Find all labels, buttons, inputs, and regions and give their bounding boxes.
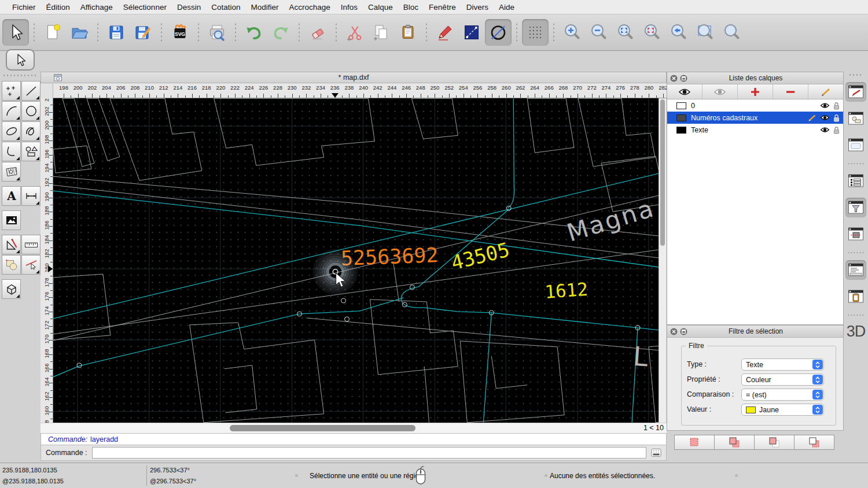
zoom-window-button[interactable] bbox=[692, 19, 719, 46]
menu-fichier[interactable]: Fichier bbox=[7, 3, 41, 12]
selection-mode-subtract-button[interactable] bbox=[755, 435, 795, 450]
zoom-out-button[interactable] bbox=[586, 19, 612, 46]
filter-property-select[interactable]: Couleur bbox=[741, 374, 824, 386]
eraser-button[interactable] bbox=[304, 19, 331, 46]
vertical-scrollbar-thumb[interactable] bbox=[660, 99, 665, 246]
filter-comparison-select[interactable]: = (est) bbox=[741, 389, 824, 401]
close-layers-panel-icon[interactable] bbox=[670, 75, 678, 82]
tool-hatch-button[interactable] bbox=[2, 162, 21, 182]
menu-modifier[interactable]: Modifier bbox=[245, 3, 284, 12]
palette-drag-handle[interactable] bbox=[2, 74, 37, 77]
save-as-button[interactable] bbox=[130, 19, 156, 46]
tool-arc-button[interactable] bbox=[2, 101, 21, 121]
menu-calque[interactable]: Calque bbox=[363, 3, 398, 12]
layer-lock-icon[interactable] bbox=[833, 102, 840, 110]
keyboard-toggle-icon[interactable] bbox=[651, 448, 661, 457]
vertical-scrollbar[interactable] bbox=[659, 98, 666, 423]
tool-points-button[interactable] bbox=[2, 81, 21, 101]
zoom-selection-button[interactable] bbox=[639, 19, 665, 46]
panel-toggle-library-browser-button[interactable] bbox=[845, 135, 866, 155]
document-window-icon[interactable] bbox=[54, 74, 62, 82]
save-button[interactable] bbox=[103, 19, 130, 46]
tool-explode-button[interactable] bbox=[21, 255, 41, 275]
show-all-layers-button[interactable] bbox=[667, 84, 703, 99]
menu-cotation[interactable]: Cotation bbox=[206, 3, 245, 12]
undo-button[interactable] bbox=[241, 19, 267, 46]
layer-lock-icon[interactable] bbox=[833, 114, 840, 122]
panel-toggle-block-browser-button[interactable] bbox=[845, 224, 866, 244]
zoom-previous-button[interactable] bbox=[665, 19, 692, 46]
new-button[interactable] bbox=[39, 19, 66, 46]
layer-visibility-icon[interactable] bbox=[820, 114, 830, 121]
zoom-in-button[interactable] bbox=[559, 19, 586, 46]
selection-mode-intersect-button[interactable] bbox=[795, 435, 834, 450]
panel-toggle-command-panel-button[interactable] bbox=[845, 260, 866, 280]
tool-dimension-button[interactable] bbox=[21, 186, 41, 206]
close-filter-panel-icon[interactable] bbox=[670, 328, 678, 335]
panel-toggle-layer-list-button[interactable] bbox=[845, 171, 866, 191]
filter-type-select[interactable]: Texte bbox=[741, 358, 824, 371]
tool-ellipse-button[interactable] bbox=[2, 121, 21, 141]
layer-visibility-icon[interactable] bbox=[820, 102, 830, 109]
line-tool-button[interactable] bbox=[458, 19, 485, 46]
edit-layer-button[interactable] bbox=[808, 84, 843, 99]
horizontal-scrollbar-thumb[interactable] bbox=[230, 425, 415, 431]
circle-slash-button[interactable] bbox=[485, 19, 512, 46]
filter-value-select[interactable]: Jaune bbox=[741, 404, 824, 416]
tool-polyline-button[interactable] bbox=[2, 142, 21, 161]
layer-lock-icon[interactable] bbox=[833, 126, 840, 134]
cut-button[interactable] bbox=[341, 19, 368, 46]
tool-text-button[interactable]: A bbox=[2, 186, 21, 206]
layer-visibility-icon[interactable] bbox=[820, 127, 830, 133]
layer-row-0[interactable]: 0 bbox=[667, 99, 843, 112]
tool-line-button[interactable] bbox=[21, 81, 41, 101]
edgebar-drag-handle[interactable] bbox=[848, 73, 863, 76]
open-button[interactable] bbox=[66, 19, 93, 46]
menu-divers[interactable]: Divers bbox=[461, 3, 494, 12]
paste-button[interactable] bbox=[395, 19, 421, 46]
menu-bloc[interactable]: Bloc bbox=[398, 3, 424, 12]
draw-pencil-button[interactable] bbox=[432, 19, 458, 46]
detach-filter-panel-icon[interactable] bbox=[680, 328, 687, 335]
remove-layer-button[interactable] bbox=[773, 84, 808, 99]
menu-dessin[interactable]: Dessin bbox=[172, 3, 206, 12]
copy-button[interactable] bbox=[368, 19, 395, 46]
tool-shapes-button[interactable] bbox=[21, 142, 41, 161]
redo-button[interactable] bbox=[267, 19, 294, 46]
zoom-pan-button[interactable] bbox=[719, 19, 745, 46]
menu-aide[interactable]: Aide bbox=[494, 3, 520, 12]
tool-modify-button[interactable] bbox=[2, 235, 21, 254]
menu-infos[interactable]: Infos bbox=[336, 3, 363, 12]
tool-image-button[interactable] bbox=[2, 210, 21, 230]
menu-edition[interactable]: Édition bbox=[41, 3, 75, 12]
print-preview-button[interactable] bbox=[204, 19, 230, 46]
drawing-canvas[interactable]: 52563692435051612MagnaL bbox=[53, 98, 659, 423]
menu-fenetre[interactable]: Fenêtre bbox=[424, 3, 461, 12]
add-layer-button[interactable] bbox=[738, 84, 773, 99]
zoom-auto-button[interactable] bbox=[612, 19, 639, 46]
panel-toggle-property-editor-button[interactable] bbox=[845, 82, 866, 102]
layer-row-numeros-cadastraux[interactable]: Numéros cadastraux bbox=[667, 112, 843, 124]
grid-toggle-button[interactable] bbox=[522, 19, 549, 46]
tool-spline-button[interactable] bbox=[21, 121, 41, 141]
tool-measure-button[interactable] bbox=[21, 235, 41, 254]
tool-box3d-button[interactable] bbox=[2, 279, 21, 299]
layer-row-texte[interactable]: Texte bbox=[667, 124, 843, 136]
panel-toggle-selection-filter-button[interactable] bbox=[845, 198, 866, 217]
detach-layers-panel-icon[interactable] bbox=[680, 75, 687, 82]
tool-select-area-button[interactable] bbox=[2, 255, 21, 275]
select-button[interactable] bbox=[2, 19, 29, 46]
menu-accrochage[interactable]: Accrochage bbox=[284, 3, 335, 12]
menu-selectionner[interactable]: Sélectionner bbox=[118, 3, 172, 12]
menu-affichage[interactable]: Affichage bbox=[75, 3, 118, 12]
selection-mode-replace-button[interactable] bbox=[674, 435, 715, 450]
panel-toggle-clipboard-panel-button[interactable] bbox=[845, 287, 866, 306]
pointer-tool-button[interactable] bbox=[6, 49, 35, 71]
layer-edit-icon[interactable] bbox=[808, 114, 816, 121]
command-input[interactable] bbox=[92, 447, 646, 459]
tool-circle-button[interactable] bbox=[21, 101, 41, 121]
svg-export-button[interactable]: SVG bbox=[167, 19, 193, 46]
hide-all-layers-button[interactable] bbox=[703, 84, 738, 99]
panel-toggle-block-list-button[interactable] bbox=[845, 109, 866, 128]
selection-mode-add-button[interactable] bbox=[715, 435, 755, 450]
